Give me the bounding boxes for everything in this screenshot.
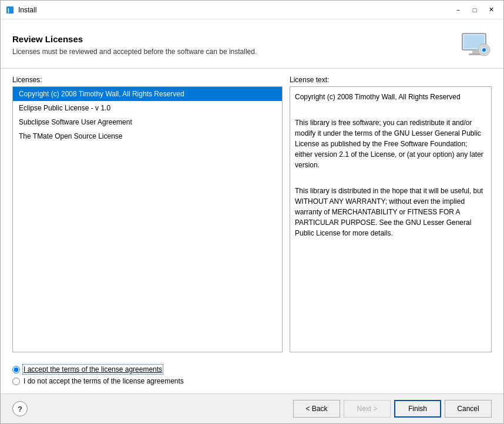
license-text-content: Copyright (c) 2008 Timothy Wall, All Rig… [290, 86, 492, 352]
header-computer-icon [459, 29, 492, 61]
header-section: Review Licenses Licenses must be reviewe… [1, 19, 503, 69]
install-window: I Install − □ ✕ Review Licenses Licenses… [0, 0, 504, 424]
radio-section: I accept the terms of the license agreem… [1, 359, 503, 393]
close-button[interactable]: ✕ [483, 4, 499, 16]
svg-point-9 [482, 48, 483, 49]
help-button[interactable]: ? [12, 401, 28, 416]
next-button[interactable]: Next > [344, 400, 391, 418]
licenses-list[interactable]: Copyright (c) 2008 Timothy Wall, All Rig… [12, 86, 283, 352]
window-title: Install [18, 6, 36, 14]
footer-left: ? [12, 401, 28, 416]
decline-radio[interactable] [12, 378, 20, 385]
minimize-button[interactable]: − [451, 4, 466, 16]
footer-buttons: < Back Next > Finish Cancel [293, 400, 492, 418]
accept-radio[interactable] [12, 366, 20, 373]
accept-label[interactable]: I accept the terms of the license agreem… [23, 365, 162, 373]
license-text-panel: License text: Copyright (c) 2008 Timothy… [290, 76, 492, 352]
accept-radio-row: I accept the terms of the license agreem… [12, 365, 492, 373]
license-item-2[interactable]: Eclipse Public License - v 1.0 [13, 101, 282, 115]
decline-label[interactable]: I do not accept the terms of the license… [23, 377, 184, 385]
title-bar-left: I Install [5, 5, 36, 15]
finish-button[interactable]: Finish [394, 400, 441, 418]
license-text-label: License text: [290, 76, 492, 84]
page-title: Review Licenses [12, 34, 257, 44]
back-button[interactable]: < Back [293, 400, 340, 418]
page-subtitle: Licenses must be reviewed and accepted b… [12, 48, 257, 56]
licenses-panel: Licenses: Copyright (c) 2008 Timothy Wal… [12, 76, 283, 352]
title-controls: − □ ✕ [451, 4, 499, 16]
header-left: Review Licenses Licenses must be reviewe… [12, 34, 257, 56]
window-icon: I [5, 5, 15, 15]
main-content: Licenses: Copyright (c) 2008 Timothy Wal… [1, 69, 503, 359]
licenses-label: Licenses: [12, 76, 283, 84]
license-item-1[interactable]: Copyright (c) 2008 Timothy Wall, All Rig… [13, 87, 282, 101]
footer: ? < Back Next > Finish Cancel [1, 393, 503, 423]
cancel-button[interactable]: Cancel [445, 400, 492, 418]
license-item-4[interactable]: The TMate Open Source License [13, 129, 282, 143]
title-bar: I Install − □ ✕ [1, 1, 503, 19]
maximize-button[interactable]: □ [467, 4, 482, 16]
svg-text:I: I [8, 8, 9, 14]
svg-rect-4 [472, 50, 479, 53]
decline-radio-row: I do not accept the terms of the license… [12, 377, 492, 385]
license-item-3[interactable]: Subclipse Software User Agreement [13, 115, 282, 129]
